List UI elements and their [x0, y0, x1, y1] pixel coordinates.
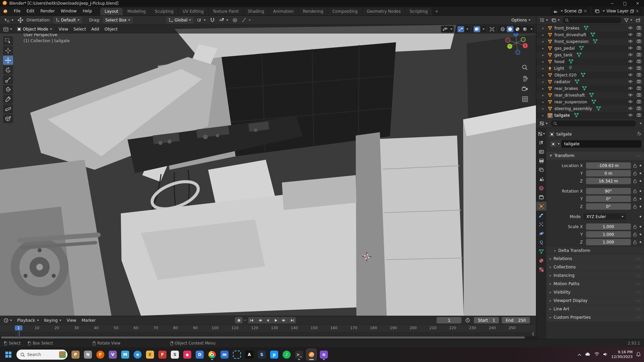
properties-tab-view-layer[interactable] [536, 165, 546, 174]
taskbar-app-terminal[interactable]: >_ [294, 349, 304, 360]
tab-shading[interactable]: Shading [243, 8, 268, 15]
taskbar-app-explorer[interactable]: E [145, 349, 155, 360]
outliner-row-rear_driveshaft[interactable]: ▸rear_driveshaft [536, 92, 644, 99]
gizmos-toggle-dropdown[interactable] [456, 26, 470, 33]
new-scene-icon[interactable] [578, 9, 582, 13]
expand-icon[interactable]: ▸ [542, 80, 546, 84]
animate-dot[interactable] [640, 172, 641, 174]
timeline-collapse-icon[interactable]: ❮ [532, 332, 535, 335]
animate-dot[interactable] [640, 226, 641, 227]
timeline-ruler-area[interactable]: 1020304050607080901001101201301401501601… [0, 324, 536, 339]
properties-tab-tool[interactable] [536, 138, 546, 147]
proportional-falloff-icon[interactable] [241, 18, 252, 22]
orientation-dropdown[interactable]: Default [53, 17, 82, 23]
lock-icon[interactable] [633, 171, 637, 175]
disable-render-icon[interactable] [637, 66, 641, 71]
taskbar-app-f[interactable]: F [157, 349, 167, 360]
proportional-editing-icon[interactable] [232, 17, 238, 23]
scale-value-field[interactable]: 1.000 [586, 239, 631, 245]
taskbar-app-mhfp[interactable]: m [219, 349, 230, 360]
auto-keyframe-button[interactable] [235, 317, 243, 323]
tool-rotate[interactable] [3, 65, 13, 74]
taskbar-app-horn[interactable]: n [319, 349, 329, 360]
hide-eye-icon[interactable] [628, 26, 633, 31]
tool-cursor[interactable] [3, 46, 13, 55]
playhead[interactable] [19, 331, 19, 336]
onedrive-cloud-icon[interactable] [585, 352, 591, 357]
object-name-field[interactable]: tailgate [550, 140, 641, 148]
lock-icon[interactable] [633, 189, 637, 193]
expand-icon[interactable]: ▸ [542, 67, 546, 70]
preview-range-icon[interactable] [464, 317, 471, 323]
animate-dot[interactable] [640, 198, 641, 200]
delta-transform-header[interactable]: ▸Delta Transform [546, 247, 644, 254]
pivot-point-icon[interactable] [196, 17, 207, 23]
panel-custom-properties[interactable]: ▸Custom Properties∷∷ [546, 313, 644, 321]
viewport-menu-object[interactable]: Object [102, 27, 120, 32]
tool-scale[interactable] [3, 75, 13, 84]
expand-icon[interactable]: ▸ [542, 87, 546, 90]
expand-icon[interactable]: ▸ [542, 94, 546, 97]
properties-tab-output[interactable] [536, 156, 546, 165]
properties-filter-icon[interactable] [640, 123, 642, 124]
lock-icon[interactable] [633, 197, 637, 201]
disable-render-icon[interactable] [637, 113, 641, 118]
mesh-object-icon[interactable] [547, 73, 553, 78]
show-gizmo-dropdown[interactable] [441, 26, 454, 33]
taskbar-clock[interactable]: 9:16 PM 12/30/2023 [611, 350, 633, 360]
timeline-menu-playback[interactable]: Playback [14, 318, 42, 323]
expand-icon[interactable]: ▸ [542, 47, 546, 50]
next-keyframe-button[interactable] [280, 317, 288, 323]
expand-icon[interactable]: ▸ [542, 107, 546, 110]
mesh-object-icon[interactable] [547, 80, 553, 85]
tool-transform[interactable] [3, 85, 13, 94]
tab-animation[interactable]: Animation [269, 8, 298, 15]
tool-select-box[interactable] [3, 36, 13, 45]
tab-sculpting[interactable]: Sculpting [150, 8, 178, 15]
mesh-object-icon[interactable] [547, 106, 553, 111]
rotation-value-field[interactable]: 90° [586, 188, 631, 194]
jump-start-button[interactable] [248, 317, 256, 323]
mesh-object-icon[interactable] [547, 33, 553, 38]
properties-tab-physics[interactable] [536, 229, 546, 238]
timeline-menu-marker[interactable]: Marker [79, 318, 98, 323]
expand-icon[interactable]: ▸ [542, 114, 546, 117]
scene-selector[interactable]: Scene × [551, 8, 590, 14]
menu-render[interactable]: Render [37, 7, 58, 15]
minimize-button[interactable]: − [606, 0, 618, 7]
outliner-editor-icon[interactable] [539, 18, 549, 22]
prev-keyframe-button[interactable] [256, 317, 264, 323]
hide-eye-icon[interactable] [628, 53, 633, 57]
panel-instancing[interactable]: ▸Instancing∷∷ [546, 271, 644, 279]
hide-eye-icon[interactable] [628, 80, 633, 84]
lock-icon[interactable] [633, 205, 637, 209]
hide-eye-icon[interactable] [628, 86, 633, 91]
expand-icon[interactable]: ▸ [542, 100, 546, 104]
drag-dropdown[interactable]: Select Box [103, 17, 133, 23]
tab-rendering[interactable]: Rendering [298, 8, 328, 15]
mesh-object-icon[interactable] [547, 86, 553, 91]
menu-file[interactable]: File [11, 7, 23, 15]
shading-solid-icon[interactable] [507, 26, 513, 32]
scale-value-field[interactable]: 1.000 [586, 223, 631, 230]
taskbar-app-photos[interactable]: P [70, 349, 81, 360]
rotation-value-field[interactable]: 0° [586, 203, 631, 210]
disable-render-icon[interactable] [637, 93, 641, 98]
new-view-layer-icon[interactable] [630, 9, 634, 13]
disable-render-icon[interactable] [637, 46, 641, 51]
tab-texture-paint[interactable]: Texture Paint [208, 8, 243, 15]
light-object-icon[interactable] [547, 66, 552, 71]
properties-context-dropdown[interactable] [536, 129, 546, 138]
menu-help[interactable]: Help [80, 7, 95, 15]
tab-uv-editing[interactable]: UV Editing [178, 8, 208, 15]
panel-visibility[interactable]: ▸Visibility∷∷ [546, 288, 644, 296]
play-reverse-button[interactable] [264, 317, 272, 323]
mesh-object-icon[interactable] [547, 26, 553, 31]
taskbar-app-spotify[interactable]: ♪ [282, 349, 292, 360]
view-layer-selector[interactable]: View Layer × [593, 8, 641, 14]
mesh-object-icon[interactable] [547, 93, 553, 98]
mesh-object-icon[interactable] [547, 53, 553, 58]
mode-dropdown[interactable]: Object Mode [14, 26, 55, 33]
play-button[interactable] [272, 317, 280, 323]
xray-toggle[interactable] [488, 26, 496, 33]
